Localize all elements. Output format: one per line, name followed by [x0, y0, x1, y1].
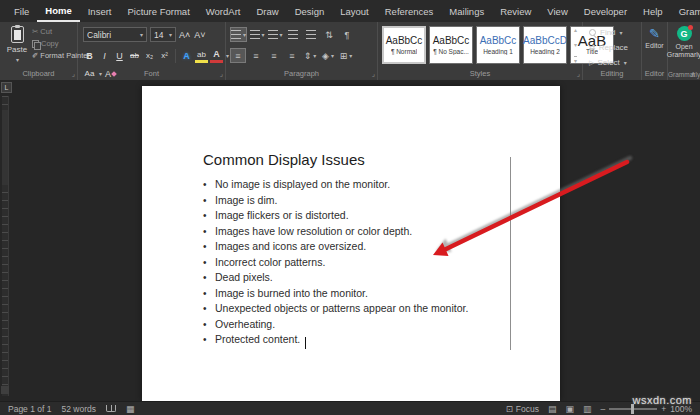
- menu-tab[interactable]: File: [6, 0, 37, 22]
- font-size-select[interactable]: 14 ▾: [150, 27, 176, 42]
- multilevel-list-button[interactable]: ▾: [267, 27, 283, 42]
- word-count[interactable]: 52 words: [61, 404, 96, 414]
- menu-tab[interactable]: Review: [492, 0, 539, 22]
- style-card[interactable]: AaBbCcD Heading 2: [523, 26, 567, 64]
- replace-button[interactable]: ⇄ Replace: [589, 43, 628, 52]
- find-button[interactable]: Find ▾: [589, 28, 623, 37]
- menu-tab[interactable]: Draw: [248, 0, 286, 22]
- macro-grid-icon[interactable]: ▦: [126, 404, 135, 414]
- subscript-button[interactable]: x₂: [143, 48, 156, 63]
- select-button[interactable]: ▷ Select ▾: [589, 58, 627, 67]
- shading-button[interactable]: ◈▾: [320, 48, 336, 63]
- borders-button[interactable]: ⊞▾: [338, 48, 354, 63]
- paste-label: Paste: [7, 45, 27, 54]
- menu-tab[interactable]: Design: [287, 0, 333, 22]
- editor-button[interactable]: ✎ Editor: [642, 27, 667, 49]
- superscript-button[interactable]: x²: [158, 48, 171, 63]
- styles-more-icon[interactable]: ▾: [574, 56, 577, 64]
- proofing-icon[interactable]: [106, 405, 116, 412]
- font-dialog-launcher[interactable]: ⌟: [220, 70, 223, 78]
- tab-stop-selector[interactable]: L: [1, 82, 12, 93]
- styles-scroll-up-icon[interactable]: ▴: [574, 26, 577, 33]
- bold-button[interactable]: B: [83, 48, 96, 63]
- font-size-value: 14: [154, 30, 163, 40]
- shading-caret-icon: ▾: [331, 52, 334, 59]
- zoom-out-button[interactable]: –: [601, 404, 606, 414]
- styles-group: AaBbCc ¶ Normal AaBbCc ¶ No Spac... AaBb…: [378, 22, 583, 80]
- align-center-button[interactable]: ≡: [248, 48, 264, 63]
- sort-button[interactable]: ⇅: [321, 27, 337, 42]
- style-preview: AaBbCc: [480, 35, 517, 47]
- style-card[interactable]: AaBbCc Heading 1: [476, 26, 520, 64]
- editing-group-label: Editing: [583, 69, 641, 78]
- align-right-button[interactable]: ≡: [266, 48, 282, 63]
- style-name: ¶ Normal: [391, 48, 417, 55]
- focus-label: Focus: [516, 404, 539, 414]
- collapse-ribbon-icon[interactable]: ∧: [690, 70, 696, 79]
- styles-scroll: ▴ ▾ ▾: [571, 26, 580, 64]
- replace-label: Replace: [599, 43, 628, 52]
- font-name-caret-icon: ▾: [140, 31, 143, 38]
- menu-tab[interactable]: References: [377, 0, 442, 22]
- bullet-item: Image is burned into the monitor.: [203, 286, 468, 302]
- grammarly-label-line2: Grammarly: [667, 51, 700, 58]
- shrink-font-button[interactable]: A˅: [193, 27, 206, 42]
- menu-tab[interactable]: WordArt: [198, 0, 249, 22]
- styles-scroll-down-icon[interactable]: ▾: [574, 41, 577, 48]
- font-name-select[interactable]: Calibri ▾: [83, 27, 147, 42]
- zoom-slider[interactable]: [609, 408, 657, 410]
- document-canvas: L Common Display Issues No image is disp…: [0, 80, 700, 401]
- bullet-item: Incorrect color patterns.: [203, 255, 468, 271]
- italic-button[interactable]: I: [98, 48, 111, 63]
- font-color-button[interactable]: A: [210, 48, 223, 63]
- select-label: Select: [597, 58, 619, 67]
- underline-button[interactable]: U: [113, 48, 126, 63]
- justify-button[interactable]: ≡: [284, 48, 300, 63]
- find-search-icon: [589, 29, 597, 37]
- highlight-color-button[interactable]: ab: [195, 48, 208, 63]
- numbering-button[interactable]: ▾: [249, 27, 265, 42]
- find-label: Find: [600, 28, 616, 37]
- style-card[interactable]: AaBbCc ¶ Normal: [382, 26, 426, 64]
- web-layout-button[interactable]: ▥: [583, 404, 592, 414]
- bullets-button[interactable]: ▾: [230, 27, 247, 42]
- document-page[interactable]: Common Display Issues No image is displa…: [142, 86, 560, 401]
- align-left-button[interactable]: ≡: [230, 48, 246, 63]
- style-card[interactable]: AaBbCc ¶ No Spac...: [429, 26, 473, 64]
- styles-dialog-launcher[interactable]: ⌟: [577, 70, 580, 78]
- menu-tab[interactable]: View: [539, 0, 575, 22]
- menu-tab[interactable]: Developer: [576, 0, 635, 22]
- show-paragraph-marks-button[interactable]: ¶: [339, 27, 355, 42]
- page-indicator[interactable]: Page 1 of 1: [8, 404, 51, 414]
- clipboard-group: Paste ▾ ✂ Cut Copy ✐ Format Painter Clip…: [0, 22, 78, 80]
- text-effects-button[interactable]: A: [180, 48, 193, 63]
- text-cursor: [305, 337, 306, 349]
- clipboard-dialog-launcher[interactable]: ⌟: [72, 70, 75, 78]
- open-grammarly-button[interactable]: G Open Grammarly: [668, 26, 700, 59]
- focus-mode-button[interactable]: ⊡ Focus: [506, 404, 539, 414]
- vertical-line-shape[interactable]: [510, 157, 511, 350]
- menu-tab[interactable]: Insert: [80, 0, 120, 22]
- print-layout-button[interactable]: ▣: [566, 404, 575, 414]
- grow-font-button[interactable]: A˄: [178, 27, 191, 42]
- cut-label: Cut: [40, 27, 52, 36]
- menu-tab[interactable]: Help: [635, 0, 671, 22]
- increase-indent-button[interactable]: [303, 27, 319, 42]
- decrease-indent-button[interactable]: [285, 27, 301, 42]
- menu-tab[interactable]: Mailings: [441, 0, 492, 22]
- menu-tab[interactable]: Layout: [332, 0, 377, 22]
- line-spacing-button[interactable]: ⇕▾: [302, 48, 318, 63]
- editor-button-label: Editor: [645, 42, 663, 49]
- ribbon: Paste ▾ ✂ Cut Copy ✐ Format Painter Clip…: [0, 22, 700, 80]
- menu-tab[interactable]: Picture Format: [119, 0, 197, 22]
- menu-tab[interactable]: Home: [37, 0, 79, 22]
- read-mode-button[interactable]: ▤: [548, 404, 557, 414]
- multilevel-caret-icon: ▾: [280, 31, 283, 38]
- numbering-caret-icon: ▾: [262, 31, 265, 38]
- paragraph-dialog-launcher[interactable]: ⌟: [372, 70, 375, 78]
- menu-tab[interactable]: Grammarly: [671, 0, 700, 22]
- paste-button[interactable]: Paste ▾: [4, 26, 30, 68]
- strikethrough-button[interactable]: ab: [128, 48, 141, 63]
- document-bullet-list: No image is displayed on the monitor.Ima…: [203, 177, 468, 348]
- scroll-nub[interactable]: [1, 386, 9, 394]
